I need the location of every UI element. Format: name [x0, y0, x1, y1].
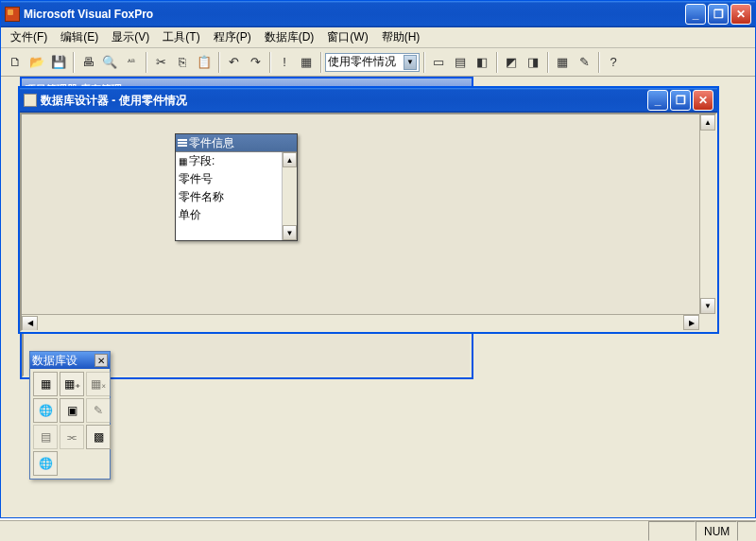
- scroll-down-icon[interactable]: ▼: [700, 298, 715, 314]
- modify-table-icon[interactable]: ✎: [86, 398, 111, 423]
- new-local-view-icon[interactable]: ▣: [60, 398, 84, 423]
- minimize-button[interactable]: _: [685, 4, 706, 25]
- print-icon[interactable]: 🖶: [77, 52, 98, 73]
- new-remote-view-icon[interactable]: 🌐: [33, 398, 58, 423]
- scroll-right-icon[interactable]: ▶: [683, 315, 699, 330]
- table-tile[interactable]: 零件信息 ▦ 字段: 零件号 零件名称 单价 ▲ ▼: [175, 133, 298, 241]
- scroll-left-icon[interactable]: ◀: [22, 316, 38, 331]
- open-icon[interactable]: 📂: [26, 52, 47, 73]
- scroll-up-icon[interactable]: ▲: [283, 152, 297, 167]
- menu-program[interactable]: 程序(P): [208, 27, 257, 47]
- menu-help[interactable]: 帮助(H): [376, 27, 426, 47]
- database-canvas[interactable]: 零件信息 ▦ 字段: 零件号 零件名称 单价 ▲ ▼: [20, 113, 717, 332]
- app-title: Microsoft Visual FoxPro: [24, 8, 685, 21]
- undo-icon[interactable]: ↶: [223, 52, 244, 73]
- app-titlebar[interactable]: Microsoft Visual FoxPro _ ❐ ✕: [1, 1, 755, 27]
- form-icon[interactable]: ▭: [428, 52, 449, 73]
- connection-icon[interactable]: ▩: [86, 425, 111, 449]
- status-num: NUM: [696, 521, 737, 541]
- toolbox-grid: ▦ ▦₊ ▦ₓ 🌐 ▣ ✎ ▤ ⫘ ▩ 🌐: [30, 369, 110, 479]
- svg-rect-1: [178, 142, 187, 144]
- toolbox-close-button[interactable]: ✕: [94, 354, 108, 367]
- new-table-icon[interactable]: ▦: [33, 372, 58, 396]
- menu-file[interactable]: 文件(F): [5, 27, 53, 47]
- add-table-icon[interactable]: ▦₊: [60, 372, 84, 396]
- database-designer-titlebar[interactable]: 数据库设计器 - 使用零件情况 _ ❐ ✕: [20, 88, 717, 113]
- database-combo[interactable]: 使用零件情况 ▼: [325, 53, 420, 72]
- new-icon[interactable]: 🗋: [5, 52, 26, 73]
- remove-table-icon[interactable]: ▦ₓ: [86, 372, 111, 396]
- fields-header-row: ▦ 字段:: [176, 152, 297, 170]
- spellcheck-icon[interactable]: ᴬᴮ: [121, 52, 142, 73]
- svg-rect-2: [178, 145, 187, 147]
- status-cell: [737, 521, 756, 541]
- table-scrollbar[interactable]: ▲ ▼: [282, 152, 297, 240]
- field-name: 单价: [179, 207, 201, 223]
- save-icon[interactable]: 💾: [48, 52, 69, 73]
- toolbox-title-text: 数据库设: [32, 353, 94, 369]
- database-designer-window[interactable]: 数据库设计器 - 使用零件情况 _ ❐ ✕ 零件信息: [18, 86, 719, 334]
- toolbox-titlebar[interactable]: 数据库设 ✕: [30, 352, 110, 369]
- autoform-icon[interactable]: ◩: [501, 52, 522, 73]
- redo-icon[interactable]: ↷: [245, 52, 266, 73]
- run-icon[interactable]: !: [274, 52, 295, 73]
- report-icon[interactable]: ▤: [450, 52, 471, 73]
- table-title: 零件信息: [189, 135, 234, 151]
- cut-icon[interactable]: ✂: [150, 52, 171, 73]
- menu-database[interactable]: 数据库(D): [259, 27, 320, 47]
- canvas-hscroll[interactable]: ◀ ▶: [22, 314, 699, 330]
- stored-procedure-icon[interactable]: 🌐: [33, 451, 58, 476]
- autoreport-icon[interactable]: ◨: [523, 52, 543, 73]
- document-icon: [24, 94, 37, 107]
- database-toolbox[interactable]: 数据库设 ✕ ▦ ▦₊ ▦ₓ 🌐 ▣ ✎ ▤ ⫘ ▩ 🌐: [29, 351, 111, 480]
- grid-icon: ▦: [179, 156, 187, 166]
- canvas-vscroll[interactable]: ▲ ▼: [699, 114, 715, 314]
- mdi-area: 项目管理器 库存管理 数据库设计器 - 使用零件情况 _ ❐ ✕: [1, 77, 755, 517]
- menu-window[interactable]: 窗口(W): [321, 27, 373, 47]
- close-button[interactable]: ✕: [730, 4, 751, 25]
- menu-tools[interactable]: 工具(T): [157, 27, 205, 47]
- fields-header-label: 字段:: [189, 153, 215, 169]
- table-grip-icon: [178, 138, 187, 148]
- field-row[interactable]: 零件名称: [176, 188, 297, 206]
- chevron-down-icon[interactable]: ▼: [404, 55, 417, 70]
- field-row[interactable]: 单价: [176, 206, 297, 224]
- db-minimize-button[interactable]: _: [647, 90, 668, 111]
- db-maximize-button[interactable]: ❐: [670, 90, 691, 111]
- menubar: 文件(F) 编辑(E) 显示(V) 工具(T) 程序(P) 数据库(D) 窗口(…: [1, 27, 755, 48]
- status-cell: [648, 521, 696, 541]
- field-name: 零件名称: [179, 189, 224, 205]
- database-designer-title: 数据库设计器 - 使用零件情况: [41, 93, 647, 109]
- scroll-down-icon[interactable]: ▼: [283, 225, 297, 240]
- edit-relationship-icon[interactable]: ⫘: [60, 425, 84, 449]
- status-bar: NUM: [0, 520, 756, 541]
- menu-edit[interactable]: 编辑(E): [55, 27, 104, 47]
- preview-icon[interactable]: 🔍: [99, 52, 120, 73]
- scroll-up-icon[interactable]: ▲: [700, 114, 715, 131]
- paste-icon[interactable]: 📋: [194, 52, 215, 73]
- menu-view[interactable]: 显示(V): [106, 27, 155, 47]
- copy-icon[interactable]: ⎘: [172, 52, 193, 73]
- field-name: 零件号: [179, 171, 213, 187]
- scroll-corner: [699, 314, 715, 330]
- svg-rect-0: [178, 139, 187, 141]
- app-icon: [5, 7, 20, 22]
- field-row[interactable]: 零件号: [176, 170, 297, 188]
- sql-icon[interactable]: ✎: [574, 52, 594, 73]
- maximize-button[interactable]: ❐: [708, 4, 729, 25]
- browse-table-icon[interactable]: ▤: [33, 425, 58, 449]
- table-header[interactable]: 零件信息: [176, 134, 297, 151]
- app-window: Microsoft Visual FoxPro _ ❐ ✕ 文件(F) 编辑(E…: [0, 0, 756, 518]
- cursor-icon: [371, 330, 387, 332]
- browse-icon[interactable]: ▦: [552, 52, 573, 73]
- help-icon[interactable]: ?: [603, 52, 624, 73]
- toolbar: 🗋 📂 💾 🖶 🔍 ᴬᴮ ✂ ⎘ 📋 ↶ ↷ ! ▦ 使用零件情况 ▼ ▭ ▤ …: [1, 48, 755, 77]
- label-icon[interactable]: ◧: [472, 52, 492, 73]
- table-body: ▦ 字段: 零件号 零件名称 单价 ▲ ▼: [176, 151, 297, 240]
- database-combo-value: 使用零件情况: [328, 54, 404, 70]
- db-close-button[interactable]: ✕: [693, 90, 713, 111]
- modify-icon[interactable]: ▦: [296, 52, 317, 73]
